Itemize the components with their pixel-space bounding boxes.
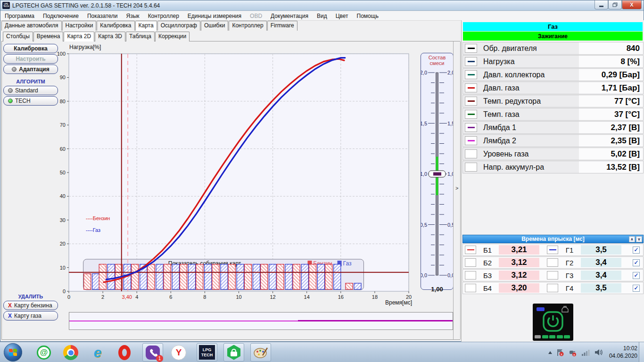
signal-strength-icon[interactable] [581, 349, 590, 356]
petrol-time-value: 3,12 [499, 271, 539, 280]
tab-car-data[interactable]: Данные автомобиля [1, 21, 62, 31]
window-title: LPGTECH GAS SETTING ver. 2.0.1.58 - TECH… [12, 2, 160, 9]
menu-program[interactable]: Программа [0, 12, 39, 20]
tab-errors[interactable]: Ошибки [201, 21, 229, 31]
menu-view[interactable]: Вид [313, 12, 331, 20]
tab-map[interactable]: Карта [135, 21, 157, 31]
tray-clock[interactable]: 10:02 04.06.2020 [609, 345, 637, 360]
param-color-checkbox[interactable] [465, 110, 477, 119]
param-value: 2,35 [В] [579, 135, 643, 147]
hidden-icons-arrow[interactable] [548, 351, 552, 354]
gas-time-value: 3,5 [581, 283, 621, 293]
tab-firmware[interactable]: Firmware [267, 21, 297, 31]
gas-color-checkbox[interactable] [547, 284, 558, 292]
param-color-checkbox[interactable] [465, 70, 477, 79]
chrome-icon[interactable] [62, 344, 79, 361]
param-color-checkbox[interactable] [465, 44, 477, 53]
yandex-browser-icon[interactable]: Y [170, 344, 187, 361]
petrol-color-checkbox[interactable] [465, 271, 476, 280]
mixture-value: 1,00 [421, 286, 453, 293]
mixture-slider[interactable]: 2,02,01,51,51,01,00,50,50,00,0 [421, 66, 453, 284]
param-color-checkbox[interactable] [465, 149, 477, 158]
gas-time-value: 3,4 [581, 271, 621, 280]
collapse-arrow-icon[interactable]: > [455, 185, 458, 191]
oscillogram-preview[interactable] [69, 312, 453, 330]
cylinder-enable-checkbox[interactable]: ✓ [633, 259, 640, 266]
minimize-icon [599, 6, 603, 7]
subtab-corrections[interactable]: Коррекции [155, 32, 190, 41]
restore-button[interactable] [608, 0, 622, 9]
menu-indicators[interactable]: Показатели [83, 12, 122, 20]
injection-times-header: Времена впрыска [мс] ∧ ∨ [462, 235, 644, 243]
param-color-checkbox[interactable] [465, 83, 477, 92]
svg-text:0: 0 [67, 294, 70, 300]
tab-oscilloscope[interactable]: Осциллограф [157, 21, 200, 31]
lpgtech-icon: LPGTECH [199, 345, 215, 360]
subtab-times[interactable]: Времена [33, 32, 64, 41]
param-color-checkbox[interactable] [465, 97, 477, 106]
mixture-composition-panel: Состав смеси 2,02,01,51,51,01,00,50,50,0… [421, 53, 454, 290]
menu-connection[interactable]: Подключение [39, 12, 83, 20]
fuel-state-banner: Газ [463, 22, 643, 31]
subtab-table[interactable]: Таблица [126, 32, 155, 41]
panel-splitter[interactable]: > [453, 41, 461, 339]
petrol-color-checkbox[interactable] [465, 258, 476, 267]
map-2d-chart[interactable]: Показатель собирания картБензинГаз----Бе… [47, 45, 438, 310]
show-desktop-button[interactable] [639, 342, 644, 362]
svg-text:80: 80 [60, 99, 66, 104]
power-button-icon [542, 311, 564, 332]
action-center-flag-icon[interactable]: x [556, 348, 564, 356]
svg-text:3,40: 3,40 [122, 294, 132, 300]
delete-gas-map-button[interactable]: XКарту газа [3, 311, 58, 321]
scroll-up-button[interactable]: ∧ [629, 236, 635, 242]
param-color-checkbox[interactable] [465, 136, 477, 145]
menu-controller[interactable]: Контроллер [144, 12, 183, 20]
menu-language[interactable]: Язык [122, 12, 144, 20]
tab-controller[interactable]: Контроллер [229, 21, 266, 31]
menu-color[interactable]: Цвет [331, 12, 353, 20]
start-button[interactable] [4, 343, 22, 362]
internet-explorer-icon[interactable]: e [89, 344, 106, 361]
param-color-checkbox[interactable] [465, 57, 477, 66]
subtab-columns[interactable]: Столбцы [3, 32, 33, 41]
minimize-button[interactable] [594, 0, 608, 9]
menu-obd[interactable]: OBD [246, 12, 266, 20]
gas-color-checkbox[interactable] [547, 258, 558, 267]
network-plug-icon[interactable]: x [569, 348, 577, 356]
viber-icon: 1 [146, 346, 160, 360]
close-button[interactable]: X [622, 0, 642, 9]
gas-color-checkbox[interactable] [547, 271, 558, 280]
mailru-agent-icon[interactable]: @ [35, 344, 52, 361]
kaspersky-icon [227, 345, 240, 360]
subtab-map2d[interactable]: Карта 2D [64, 32, 94, 41]
menu-help[interactable]: Помощь [353, 12, 383, 20]
viber-badge: 1 [156, 355, 163, 362]
petrol-color-checkbox[interactable] [465, 284, 476, 292]
volume-icon[interactable] [594, 348, 603, 356]
cylinder-enable-checkbox[interactable]: ✓ [633, 247, 640, 254]
param-row: Давл. коллектора0,29 [Бар] [462, 68, 644, 81]
cylinder-enable-checkbox[interactable]: ✓ [633, 272, 640, 279]
lpgtech-taskbar-button[interactable]: LPGTECH [197, 343, 217, 362]
param-color-checkbox[interactable] [465, 163, 477, 172]
opera-icon[interactable] [116, 344, 133, 361]
paint-button[interactable] [250, 343, 271, 362]
kaspersky-button[interactable] [223, 343, 244, 362]
param-color-checkbox[interactable] [465, 123, 477, 132]
svg-text:8: 8 [203, 294, 206, 300]
petrol-color-checkbox[interactable] [465, 246, 476, 254]
tab-settings[interactable]: Настройки [62, 21, 97, 31]
tab-calibration[interactable]: Калибровка [97, 21, 134, 31]
menu-units[interactable]: Единицы измерения [183, 12, 246, 20]
param-value: 2,37 [В] [579, 122, 643, 133]
scroll-down-button[interactable]: ∨ [636, 236, 642, 242]
window-titlebar[interactable]: LPGTECH LPGTECH GAS SETTING ver. 2.0.1.5… [0, 0, 644, 11]
cylinder-enable-checkbox[interactable]: ✓ [633, 285, 640, 292]
x-icon: X [8, 302, 12, 309]
gas-color-checkbox[interactable] [547, 246, 558, 254]
viber-button[interactable]: 1 [142, 343, 163, 362]
menu-documentation[interactable]: Документация [266, 12, 313, 20]
subtab-map3d[interactable]: Карта 3D [95, 32, 125, 41]
param-row: Давл. газа1,71 [Бар] [462, 82, 644, 94]
param-value: 5,02 [В] [579, 148, 643, 160]
